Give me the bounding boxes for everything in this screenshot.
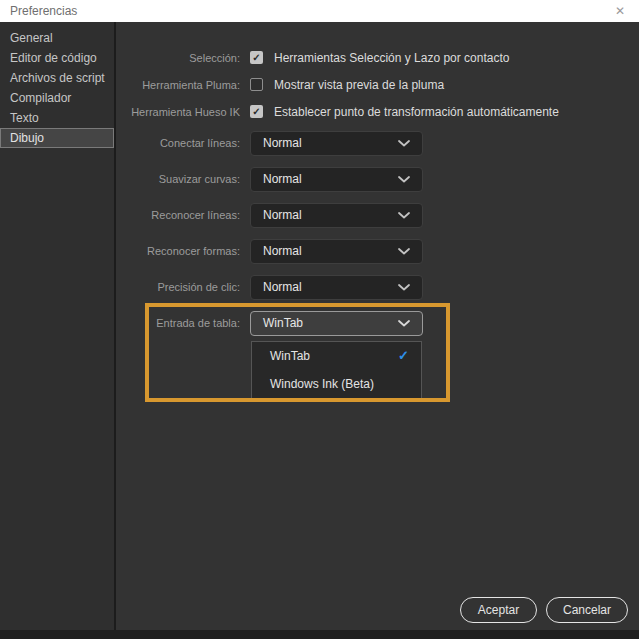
cancel-button[interactable]: Cancelar: [546, 597, 628, 623]
row-herramienta-pluma: Herramienta Pluma: Mostrar vista previa …: [116, 71, 639, 98]
row-label: Selección:: [116, 52, 250, 64]
recognize-shapes-dropdown[interactable]: Normal: [250, 239, 423, 264]
background-app-strip: [0, 630, 639, 639]
sidebar-item-dibujo[interactable]: Dibujo: [0, 128, 114, 148]
checkbox-label: Herramientas Selección y Lazo por contac…: [274, 51, 509, 65]
dialog-body: General Editor de código Archivos de scr…: [0, 22, 639, 630]
row-precision-clic: Precisión de clic: Normal: [116, 269, 639, 305]
row-label: Precisión de clic:: [116, 281, 250, 293]
menu-item-wintab[interactable]: WinTab ✓: [252, 342, 421, 370]
chevron-down-icon: [398, 176, 410, 183]
preferences-dialog: Preferencias ✕ General Editor de código …: [0, 0, 639, 639]
drawing-preferences-panel: Selección: ✓ Herramientas Selección y La…: [116, 22, 639, 630]
row-label: Herramienta Pluma:: [116, 79, 250, 91]
row-entrada-tabla: Entrada de tabla: WinTab WinTab ✓ Window…: [116, 305, 639, 341]
row-suavizar-curvas: Suavizar curvas: Normal: [116, 161, 639, 197]
sidebar-item-general[interactable]: General: [0, 28, 114, 48]
row-hueso-ik: Herramienta Hueso IK ✓ Establecer punto …: [116, 98, 639, 125]
menu-item-windows-ink[interactable]: Windows Ink (Beta): [252, 370, 421, 398]
contact-select-checkbox[interactable]: ✓: [250, 51, 263, 64]
row-seleccion: Selección: ✓ Herramientas Selección y La…: [116, 44, 639, 71]
accept-button[interactable]: Aceptar: [460, 597, 537, 623]
title-bar: Preferencias ✕: [0, 0, 639, 22]
chevron-down-icon: [398, 212, 410, 219]
smooth-curves-dropdown[interactable]: Normal: [250, 167, 423, 192]
row-label: Suavizar curvas:: [116, 173, 250, 185]
category-sidebar: General Editor de código Archivos de scr…: [0, 22, 116, 630]
close-icon[interactable]: ✕: [611, 0, 629, 22]
pen-preview-checkbox[interactable]: [250, 78, 263, 91]
tablet-input-dropdown[interactable]: WinTab: [250, 311, 423, 336]
check-icon: ✓: [252, 107, 260, 117]
chevron-down-icon: [398, 140, 410, 147]
tablet-input-menu: WinTab ✓ Windows Ink (Beta): [251, 341, 422, 399]
check-icon: ✓: [252, 53, 260, 63]
click-accuracy-dropdown[interactable]: Normal: [250, 275, 423, 300]
connect-lines-dropdown[interactable]: Normal: [250, 131, 423, 156]
dialog-footer: Aceptar Cancelar: [460, 597, 628, 623]
sidebar-item-editor-codigo[interactable]: Editor de código: [0, 48, 114, 68]
sidebar-item-compilador[interactable]: Compilador: [0, 88, 114, 108]
row-reconocer-formas: Reconocer formas: Normal: [116, 233, 639, 269]
dialog-title: Preferencias: [10, 4, 77, 18]
selected-check-icon: ✓: [398, 349, 409, 362]
row-label: Conectar líneas:: [116, 137, 250, 149]
row-label: Entrada de tabla:: [116, 317, 250, 329]
checkbox-label: Establecer punto de transformación autom…: [274, 105, 559, 119]
ik-transform-checkbox[interactable]: ✓: [250, 105, 263, 118]
row-reconocer-lineas: Reconocer líneas: Normal: [116, 197, 639, 233]
row-label: Herramienta Hueso IK: [116, 106, 250, 118]
row-label: Reconocer líneas:: [116, 209, 250, 221]
row-conectar-lineas: Conectar líneas: Normal: [116, 125, 639, 161]
row-label: Reconocer formas:: [116, 245, 250, 257]
recognize-lines-dropdown[interactable]: Normal: [250, 203, 423, 228]
chevron-down-icon: [398, 320, 410, 327]
sidebar-item-archivos-script[interactable]: Archivos de script: [0, 68, 114, 88]
checkbox-label: Mostrar vista previa de la pluma: [274, 78, 444, 92]
sidebar-item-texto[interactable]: Texto: [0, 108, 114, 128]
chevron-down-icon: [398, 284, 410, 291]
chevron-down-icon: [398, 248, 410, 255]
